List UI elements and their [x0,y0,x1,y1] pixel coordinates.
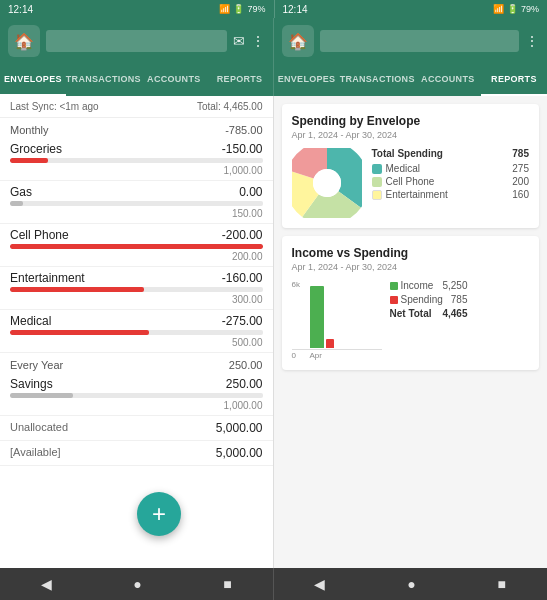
unallocated-label: Unallocated [10,421,68,435]
envelope-name: Savings [10,377,53,391]
legend-dot-cellphone [372,177,382,187]
left-bottom-nav: ◀ ● ■ [0,568,274,600]
progress-bar [10,158,48,163]
spending-date: Apr 1, 2024 - Apr 30, 2024 [292,130,530,140]
income-date: Apr 1, 2024 - Apr 30, 2024 [292,262,530,272]
available-item: [Available] 5,000.00 [0,441,273,466]
progress-bar [10,244,263,249]
legend-item-medical: Medical 275 [372,163,530,174]
status-bar-right: 12:14 📶 🔋 79% [274,0,548,18]
home-icon[interactable]: ● [133,576,141,592]
zero-line [292,349,382,350]
right-app-icon: 🏠 [282,25,314,57]
left-header-icons: ✉ ⋮ [233,33,265,49]
square-icon-right[interactable]: ■ [498,576,506,592]
envelope-icon[interactable]: ✉ [233,33,245,49]
total-label: Total: 4,465.00 [197,101,263,112]
envelope-amount: -160.00 [222,271,263,285]
income-card: Income vs Spending Apr 1, 2024 - Apr 30,… [282,236,540,370]
status-icons-left: 📶 🔋 79% [219,4,265,14]
legend-item-entertainment: Entertainment 160 [372,189,530,200]
envelope-amount: -275.00 [222,314,263,328]
tab-transactions-right[interactable]: TRANSACTIONS [340,64,415,96]
back-icon[interactable]: ◀ [41,576,52,592]
spending-title: Spending by Envelope [292,114,530,128]
list-item[interactable]: Medical -275.00 500.00 [0,310,273,353]
x-label: Apr [310,351,322,360]
fab-container: + [137,492,181,536]
pie-section: Total Spending 785 Medical 275 Cell [292,148,530,218]
right-app-title-bar [320,30,520,52]
bottom-nav: ◀ ● ■ ◀ ● ■ [0,568,547,600]
envelope-name: Groceries [10,142,62,156]
envelope-name: Gas [10,185,32,199]
status-icons-right: 📶 🔋 79% [493,4,539,14]
spending-legend: Spending 785 [390,294,468,305]
left-app-title-bar [46,30,227,52]
list-item[interactable]: Cell Phone -200.00 200.00 [0,224,273,267]
monthly-header: Monthly -785.00 [0,118,273,138]
legend-dot-medical [372,164,382,174]
envelope-name: Medical [10,314,51,328]
every-year-header: Every Year 250.00 [0,353,273,373]
progress-bar [10,201,23,206]
tab-envelopes-right[interactable]: ENVELOPES [274,64,340,96]
available-label: [Available] [10,446,61,460]
list-item[interactable]: Gas 0.00 150.00 [0,181,273,224]
tab-reports-left[interactable]: REPORTS [207,64,273,96]
spending-dot [390,296,398,304]
add-button[interactable]: + [137,492,181,536]
tab-accounts-right[interactable]: ACCOUNTS [415,64,481,96]
envelope-name: Entertainment [10,271,85,285]
right-bottom-nav: ◀ ● ■ [274,568,548,600]
tab-reports-right[interactable]: REPORTS [481,64,547,96]
right-panel: Spending by Envelope Apr 1, 2024 - Apr 3… [274,96,548,568]
list-item[interactable]: Entertainment -160.00 300.00 [0,267,273,310]
square-icon[interactable]: ■ [223,576,231,592]
legend-item-cellphone: Cell Phone 200 [372,176,530,187]
sync-bar: Last Sync: <1m ago Total: 4,465.00 [0,96,273,118]
more-icon[interactable]: ⋮ [251,33,265,49]
list-item[interactable]: Savings 250.00 1,000.00 [0,373,273,416]
bar-group [310,286,334,348]
tab-transactions-left[interactable]: TRANSACTIONS [66,64,141,96]
list-item[interactable]: Groceries -150.00 1,000.00 [0,138,273,181]
left-nav-tabs: ENVELOPES TRANSACTIONS ACCOUNTS REPORTS [0,64,274,96]
unallocated-amount: 5,000.00 [216,421,263,435]
right-header-icons: ⋮ [525,33,539,49]
progress-bar-container [10,158,263,163]
progress-bar [10,287,144,292]
app-headers: 🏠 ✉ ⋮ 🏠 ⋮ [0,18,547,64]
unallocated-item: Unallocated 5,000.00 [0,416,273,441]
pie-chart [292,148,362,218]
available-amount: 5,000.00 [216,446,263,460]
nav-tabs: ENVELOPES TRANSACTIONS ACCOUNTS REPORTS … [0,64,547,96]
tab-envelopes-left[interactable]: ENVELOPES [0,64,66,96]
right-nav-tabs: ENVELOPES TRANSACTIONS ACCOUNTS REPORTS [274,64,548,96]
spending-bar [326,339,334,348]
home-icon-right[interactable]: ● [407,576,415,592]
income-legend: Income 5,250 [390,280,468,291]
left-app-header: 🏠 ✉ ⋮ [0,18,274,64]
envelope-amount: -200.00 [222,228,263,242]
sync-label: Last Sync: <1m ago [10,101,99,112]
progress-bar-container [10,287,263,292]
progress-bar-container [10,393,263,398]
y-labels: 6k 0 [292,280,300,360]
progress-bar-container [10,244,263,249]
right-app-header: 🏠 ⋮ [274,18,548,64]
status-bar-left: 12:14 📶 🔋 79% [0,0,274,18]
main-content: Last Sync: <1m ago Total: 4,465.00 Month… [0,96,547,568]
pie-legend: Total Spending 785 Medical 275 Cell [372,148,530,202]
envelope-amount: 0.00 [239,185,262,199]
right-more-icon[interactable]: ⋮ [525,33,539,49]
time-left: 12:14 [8,4,33,15]
progress-bar [10,393,73,398]
spending-card: Spending by Envelope Apr 1, 2024 - Apr 3… [282,104,540,228]
income-title: Income vs Spending [292,246,530,260]
bar-chart-area: 6k 0 Apr [292,280,382,360]
tab-accounts-left[interactable]: ACCOUNTS [141,64,207,96]
envelope-name: Cell Phone [10,228,69,242]
back-icon-right[interactable]: ◀ [314,576,325,592]
envelope-amount: -150.00 [222,142,263,156]
